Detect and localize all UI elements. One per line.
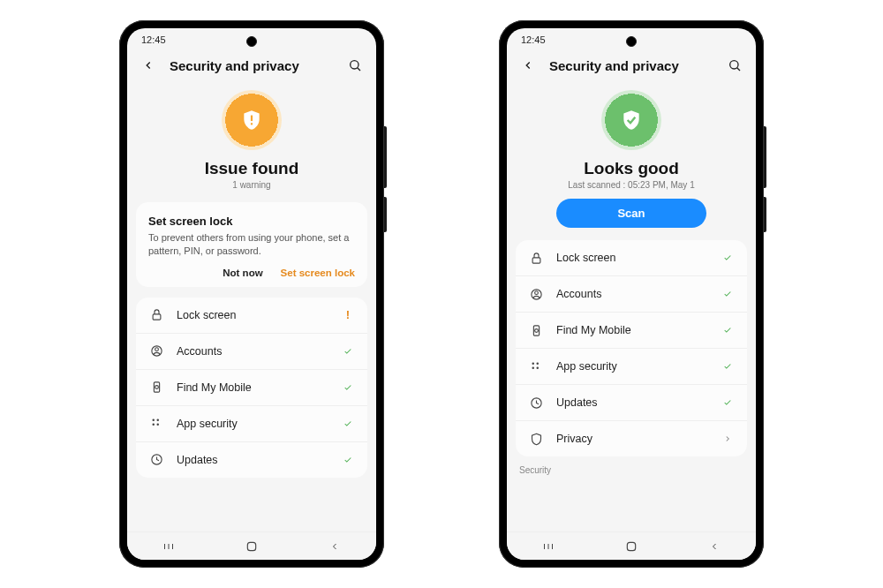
svg-point-8	[155, 386, 158, 389]
list-item-find-my-mobile[interactable]: Find My Mobile	[516, 313, 747, 349]
home-icon	[245, 540, 258, 553]
account-icon	[528, 286, 544, 302]
screen: 12:45 Security and privacy Issue found 1…	[127, 28, 376, 560]
svg-point-18	[730, 61, 738, 69]
list-item-label: Updates	[556, 396, 708, 409]
navigation-bar	[127, 531, 376, 560]
list-item-updates[interactable]: Updates	[516, 385, 747, 421]
nav-back[interactable]	[697, 541, 732, 552]
list-item-lock-screen[interactable]: Lock screen !	[136, 298, 367, 334]
search-icon	[348, 58, 362, 72]
list-item-app-security[interactable]: App security	[516, 349, 747, 385]
update-icon	[148, 452, 164, 468]
svg-point-6	[155, 348, 158, 351]
svg-point-24	[534, 328, 538, 332]
nav-back[interactable]	[317, 541, 352, 552]
list-item-label: Find My Mobile	[177, 381, 328, 394]
status-bar: 12:45	[507, 28, 756, 51]
nav-recents[interactable]	[531, 541, 566, 552]
status-ok-icon	[721, 362, 735, 371]
status-time: 12:45	[141, 34, 166, 45]
privacy-icon	[528, 431, 544, 447]
not-now-button[interactable]: Not now	[223, 268, 262, 278]
phone-frame-left: 12:45 Security and privacy Issue found 1…	[119, 20, 384, 568]
page-title: Security and privacy	[549, 58, 713, 73]
status-hero: Looks good Last scanned : 05:23 PM, May …	[516, 83, 747, 240]
apps-icon	[528, 358, 544, 374]
content-area: Issue found 1 warning Set screen lock To…	[127, 83, 376, 531]
status-badge-good	[601, 90, 661, 150]
status-title: Issue found	[205, 159, 299, 178]
search-icon	[728, 58, 742, 72]
svg-point-25	[532, 362, 534, 365]
nav-home[interactable]	[614, 540, 649, 553]
nav-recents[interactable]	[151, 541, 186, 552]
back-button[interactable]	[519, 57, 537, 74]
svg-point-26	[536, 362, 539, 365]
nav-home[interactable]	[234, 540, 269, 553]
list-item-label: Accounts	[177, 345, 328, 358]
side-button	[764, 126, 766, 188]
chevron-right-icon	[721, 434, 735, 443]
status-ok-icon	[721, 290, 735, 298]
list-item-label: Updates	[177, 454, 328, 466]
side-button	[384, 197, 387, 232]
header: Security and privacy	[507, 51, 756, 83]
list-item-accounts[interactable]: Accounts	[136, 334, 367, 370]
svg-point-9	[152, 419, 155, 422]
svg-point-10	[156, 419, 159, 422]
status-ok-icon	[341, 419, 355, 428]
chevron-left-icon	[522, 59, 534, 72]
svg-rect-20	[532, 257, 540, 262]
security-list: Lock screen ! Accounts Find My Mobile Ap…	[136, 298, 367, 478]
set-screen-lock-button[interactable]: Set screen lock	[281, 268, 355, 278]
recents-icon	[162, 541, 176, 552]
svg-point-11	[152, 424, 155, 426]
list-item-accounts[interactable]: Accounts	[516, 276, 747, 313]
status-time: 12:45	[521, 34, 546, 45]
back-button[interactable]	[140, 57, 157, 74]
status-ok-icon	[341, 456, 355, 464]
status-warn-icon: !	[341, 308, 355, 321]
list-item-label: Privacy	[556, 433, 708, 445]
list-item-label: Lock screen	[177, 309, 328, 321]
page-title: Security and privacy	[170, 58, 334, 73]
status-ok-icon	[721, 326, 735, 335]
status-hero: Issue found 1 warning	[136, 83, 367, 202]
section-label: Security	[516, 456, 747, 477]
back-icon	[709, 541, 720, 552]
status-subtitle: Last scanned : 05:23 PM, May 1	[568, 180, 694, 190]
lock-icon	[148, 307, 164, 323]
svg-point-22	[534, 290, 538, 294]
content-area: Looks good Last scanned : 05:23 PM, May …	[507, 83, 756, 531]
status-subtitle: 1 warning	[232, 180, 270, 190]
search-button[interactable]	[726, 57, 743, 74]
list-item-label: App security	[177, 418, 328, 430]
list-item-updates[interactable]: Updates	[136, 442, 367, 478]
chevron-left-icon	[142, 59, 155, 72]
list-item-label: Find My Mobile	[556, 324, 708, 336]
svg-point-12	[156, 424, 159, 426]
svg-line-19	[737, 68, 740, 71]
find-icon	[148, 380, 164, 396]
list-item-find-my-mobile[interactable]: Find My Mobile	[136, 370, 367, 406]
shield-check-icon	[620, 109, 643, 132]
security-list: Lock screen Accounts Find My Mobile App …	[516, 240, 747, 456]
scan-button[interactable]: Scan	[556, 199, 706, 228]
side-button	[764, 197, 766, 232]
list-item-lock-screen[interactable]: Lock screen	[516, 240, 747, 276]
svg-rect-2	[251, 116, 253, 122]
back-icon	[329, 541, 340, 552]
list-item-privacy[interactable]: Privacy	[516, 421, 747, 456]
search-button[interactable]	[346, 57, 364, 74]
svg-point-27	[532, 366, 534, 369]
svg-point-0	[351, 61, 358, 69]
apps-icon	[148, 416, 164, 432]
card-title: Set screen lock	[148, 215, 355, 228]
shield-alert-icon	[240, 109, 263, 132]
svg-rect-33	[627, 542, 635, 550]
svg-rect-17	[247, 542, 255, 550]
status-bar: 12:45	[127, 28, 376, 51]
update-icon	[528, 395, 544, 411]
list-item-app-security[interactable]: App security	[136, 406, 367, 442]
